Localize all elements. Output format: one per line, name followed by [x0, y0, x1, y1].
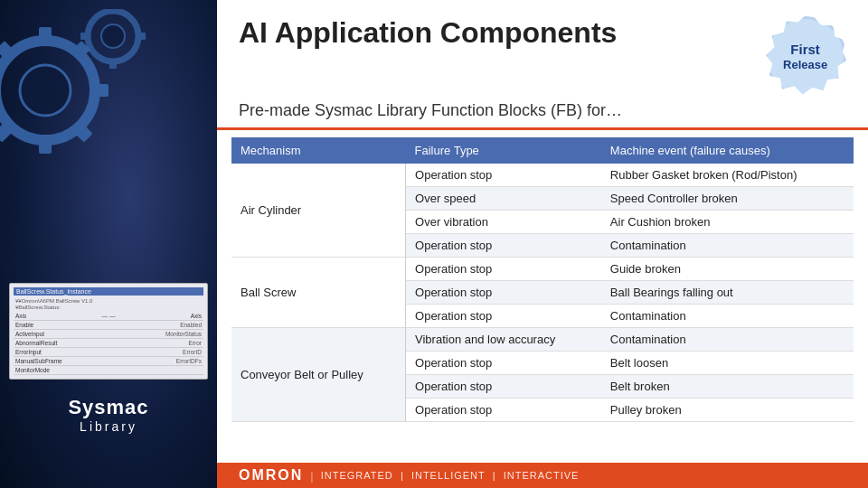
data-table: Mechanism Failure Type Machine event (fa… — [231, 137, 854, 422]
failure-type-cell: Operation stop — [406, 375, 601, 399]
machine-event-cell: Air Cushion broken — [601, 211, 854, 234]
mech-cell: Ball Screw — [231, 258, 406, 328]
sysmac-logo: Sysmac Library — [68, 396, 148, 434]
first-release-badge: First Release — [758, 9, 854, 106]
subtitle: Pre-made Sysmac Library Function Blocks … — [217, 98, 868, 130]
machine-event-cell: Contamination — [601, 234, 854, 258]
machine-event-cell: Guide broken — [601, 258, 854, 281]
library-text: Library — [68, 419, 148, 434]
failure-type-cell: Operation stop — [406, 234, 601, 258]
sysmac-text: Sysmac — [68, 396, 148, 419]
machine-event-cell: Speed Controller broken — [601, 187, 854, 211]
machine-event-cell: Contamination — [601, 305, 854, 328]
failure-type-cell: Operation stop — [406, 399, 601, 422]
footer: OMRON | INTEGRATED | INTELLIGENT | INTER… — [217, 463, 868, 488]
badge-line2: Release — [783, 58, 827, 72]
failure-type-cell: Operation stop — [406, 305, 601, 328]
svg-rect-15 — [80, 33, 90, 40]
machine-event-cell: Contamination — [601, 328, 854, 352]
table-header-row: Mechanism Failure Type Machine event (fa… — [231, 137, 854, 164]
machine-event-cell: Belt loosen — [601, 352, 854, 375]
mech-cell: Air Cylinder — [231, 164, 406, 258]
col-mechanism: Mechanism — [231, 137, 406, 164]
main-content: AI Application Components First Release … — [217, 0, 868, 488]
fb-title: BallScrew.Status_Instance — [14, 287, 203, 296]
machine-event-cell: Belt broken — [601, 375, 854, 399]
machine-event-cell: Rubber Gasket broken (Rod/Piston) — [601, 164, 854, 187]
svg-rect-3 — [39, 137, 52, 154]
col-failure-type: Failure Type — [406, 137, 601, 164]
footer-logo: OMRON — [239, 467, 303, 483]
svg-rect-4 — [92, 84, 108, 97]
svg-rect-12 — [109, 9, 117, 13]
page-title: AI Application Components — [239, 16, 617, 50]
badge-line1: First — [783, 42, 827, 58]
header: AI Application Components First Release — [217, 0, 868, 98]
failure-type-cell: Over speed — [406, 187, 601, 211]
gear-icon — [0, 9, 154, 190]
fb-screen: BallScrew.Status_Instance ¥¥Omron\AI\PM … — [9, 283, 208, 380]
failure-type-cell: Vibration and low accuracy — [406, 328, 601, 352]
svg-rect-2 — [39, 27, 52, 43]
table-row: Air CylinderOperation stopRubber Gasket … — [231, 164, 854, 187]
machine-event-cell: Pulley broken — [601, 399, 854, 422]
col-machine-event: Machine event (failure causes) — [601, 137, 854, 164]
svg-point-1 — [20, 65, 71, 116]
svg-point-11 — [101, 24, 125, 48]
table-container: Mechanism Failure Type Machine event (fa… — [217, 137, 868, 463]
mech-cell: Conveyor Belt or Pulley — [231, 328, 406, 422]
failure-type-cell: Operation stop — [406, 164, 601, 187]
failure-type-cell: Over vibration — [406, 211, 601, 234]
sidebar: BallScrew.Status_Instance ¥¥Omron\AI\PM … — [0, 0, 217, 488]
failure-type-cell: Operation stop — [406, 281, 601, 305]
machine-event-cell: Ball Bearings falling out — [601, 281, 854, 305]
failure-type-cell: Operation stop — [406, 258, 601, 281]
footer-tagline: INTEGRATED | INTELLIGENT | INTERACTIVE — [321, 470, 580, 481]
footer-divider: | — [310, 469, 313, 483]
table-row: Ball ScrewOperation stopGuide broken — [231, 258, 854, 281]
table-row: Conveyor Belt or PulleyVibration and low… — [231, 328, 854, 352]
svg-rect-13 — [109, 60, 117, 69]
failure-type-cell: Operation stop — [406, 352, 601, 375]
svg-rect-14 — [137, 33, 146, 40]
